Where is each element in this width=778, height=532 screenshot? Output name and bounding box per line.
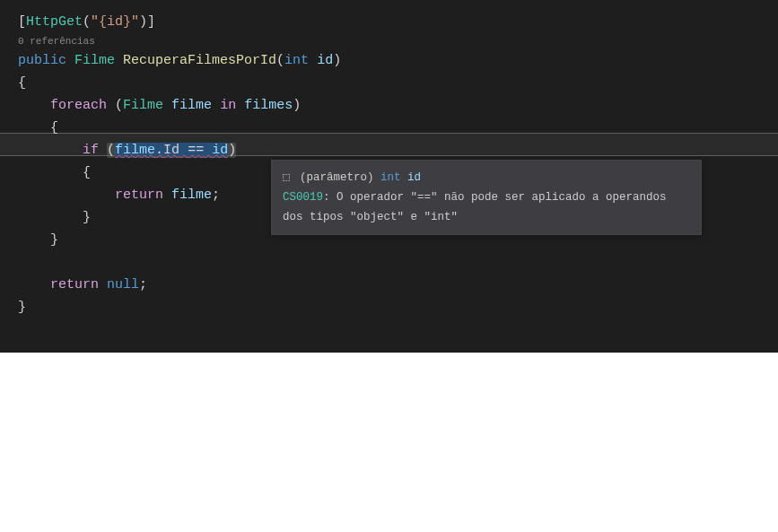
dot: . <box>155 143 163 158</box>
return-keyword: return <box>50 277 99 292</box>
null-keyword: null <box>107 277 139 292</box>
attribute-name: HttpGet <box>26 14 83 30</box>
tooltip-error-line: CS0019: O operador "==" não pode ser apl… <box>283 188 690 227</box>
brace: { <box>83 165 91 180</box>
code-line[interactable] <box>18 251 778 274</box>
paren: ) <box>293 98 301 113</box>
brace: { <box>50 120 58 135</box>
paren: ( <box>276 53 284 68</box>
paren: ) <box>333 53 341 68</box>
code-line[interactable]: [HttpGet("{id}")] <box>18 11 778 33</box>
property: Id <box>163 143 179 158</box>
code-line-current[interactable]: if (filme.Id == id) <box>18 139 778 161</box>
param-label: (parâmetro) <box>300 171 374 184</box>
error-tooltip: ⬚ (parâmetro) int id CS0019: O operador … <box>271 160 702 235</box>
if-keyword: if <box>83 143 99 158</box>
param-name: id <box>317 53 333 68</box>
error-message: O operador "==" não pode ser aplicado a … <box>283 191 667 223</box>
type: Filme <box>123 98 163 113</box>
return-type: Filme <box>74 53 115 68</box>
error-code[interactable]: CS0019 <box>283 191 323 204</box>
variable-error: id <box>212 143 228 158</box>
paren: ( <box>115 98 123 113</box>
variable: filme <box>171 188 212 203</box>
return-keyword: return <box>115 188 163 203</box>
brace: } <box>83 210 91 225</box>
code-line[interactable]: public Filme RecuperaFilmesPorId(int id) <box>18 49 778 72</box>
operator: == <box>188 143 204 158</box>
collection: filmes <box>244 98 293 113</box>
blank-area <box>0 353 778 532</box>
semicolon: ; <box>139 277 147 292</box>
brace: } <box>50 232 58 248</box>
paren: ( <box>83 14 91 30</box>
param-name: id <box>407 171 421 184</box>
paren-matched: ) <box>228 143 236 158</box>
code-line[interactable]: { <box>18 117 778 139</box>
error-separator: : <box>323 191 337 204</box>
string-literal: "{id}" <box>91 14 139 30</box>
code-line[interactable]: { <box>18 72 778 94</box>
foreach-keyword: foreach <box>50 98 107 113</box>
paren-matched: ( <box>107 143 115 158</box>
code-line[interactable]: foreach (Filme filme in filmes) <box>18 94 778 117</box>
brace: { <box>18 75 26 91</box>
paren: ) <box>139 14 147 30</box>
parameter-icon: ⬚ <box>283 171 290 184</box>
semicolon: ; <box>212 188 220 203</box>
codelens-references[interactable]: 0 referências <box>18 33 778 49</box>
in-keyword: in <box>220 98 236 113</box>
code-editor[interactable]: [HttpGet("{id}")] 0 referências public F… <box>0 0 778 329</box>
param-type: int <box>380 171 401 184</box>
access-modifier: public <box>18 53 66 68</box>
variable: filme <box>171 98 212 113</box>
method-name: RecuperaFilmesPorId <box>123 53 276 68</box>
variable-error: filme <box>115 143 155 158</box>
bracket: ] <box>147 14 155 30</box>
brace: } <box>18 300 26 315</box>
code-line[interactable]: } <box>18 296 778 318</box>
bracket: [ <box>18 14 26 30</box>
tooltip-param-info: ⬚ (parâmetro) int id <box>283 168 690 188</box>
param-type: int <box>284 53 309 68</box>
code-line[interactable]: return null; <box>18 274 778 296</box>
